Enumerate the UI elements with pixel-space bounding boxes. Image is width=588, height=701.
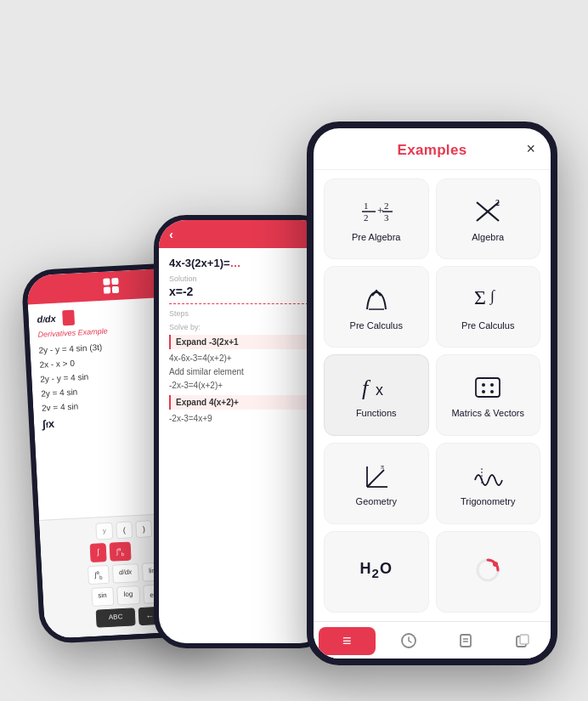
trigonometry-icon	[469, 461, 506, 491]
cell-geometry[interactable]: π Geometry	[324, 443, 429, 524]
key-sin[interactable]: sin	[91, 586, 114, 606]
phone-middle: ‹ 4x-3(2x+1)=… Solution x=-2 Steps Solve…	[154, 215, 332, 648]
mid-screen: ‹ 4x-3(2x+1)=… Solution x=-2 Steps Solve…	[159, 220, 327, 643]
step-1: Expand -3(2x+1	[169, 335, 317, 349]
key-y[interactable]: y	[95, 522, 113, 540]
svg-text:Σ: Σ	[474, 286, 486, 308]
svg-text:2: 2	[364, 212, 369, 223]
bottom-nav: ≡	[314, 621, 551, 659]
cell-trigonometry[interactable]: Trigonometry	[436, 443, 541, 524]
svg-text:1: 1	[364, 201, 369, 211]
cell-pre-algebra[interactable]: 1 2 + 2 3 Pre Algebra	[324, 178, 429, 260]
menu-icon: ≡	[342, 632, 352, 650]
pre-algebra-label: Pre Algebra	[352, 232, 400, 243]
svg-text:x: x	[376, 382, 383, 399]
nav-notes[interactable]	[438, 627, 495, 655]
svg-point-18	[482, 390, 485, 393]
nav-history[interactable]	[381, 627, 438, 655]
key-log[interactable]: log	[116, 585, 140, 605]
examples-header: Examples ×	[314, 128, 551, 170]
svg-text:3: 3	[384, 212, 389, 223]
examples-title: Examples	[398, 142, 467, 159]
pre-algebra-icon: 1 2 + 2 3	[358, 196, 395, 227]
phone-stack: d/dx Derivatives Example 2y - y = 4 sin …	[14, 20, 574, 682]
step-3: Add similar element	[169, 366, 317, 378]
key-ddx[interactable]: d/dx	[112, 563, 139, 584]
examples-grid: 1 2 + 2 3 Pre Algebra	[314, 170, 551, 621]
pre-calculus-1-label: Pre Calculus	[350, 320, 403, 331]
cell-chemistry[interactable]: H2O	[324, 531, 429, 613]
pre-calculus-2-label: Pre Calculus	[461, 320, 514, 331]
front-screen: Examples × 1 2 + 2 3	[314, 128, 551, 659]
svg-point-17	[490, 383, 494, 387]
key-close-paren[interactable]: )	[135, 520, 152, 538]
history-icon	[400, 632, 417, 649]
svg-text:f: f	[362, 376, 371, 400]
spinner-icon	[469, 555, 506, 585]
algebra-label: Algebra	[472, 232, 504, 243]
cards-icon	[514, 632, 531, 649]
svg-point-25	[493, 562, 498, 567]
close-button[interactable]: ×	[526, 139, 535, 157]
svg-text:+: +	[377, 204, 383, 217]
cell-pre-calculus-2[interactable]: Σ ∫ Pre Calculus	[436, 266, 541, 348]
step-6: -2x-3=4x+9	[169, 413, 317, 425]
pre-calculus-1-icon	[358, 285, 395, 315]
step-4: -2x-3=4(x+2)+	[169, 380, 317, 392]
divider	[169, 303, 317, 304]
solution-value: x=-2	[169, 285, 317, 298]
svg-text:π: π	[381, 463, 384, 471]
phone-front: Examples × 1 2 + 2 3	[307, 122, 557, 665]
svg-rect-27	[461, 635, 471, 647]
step-2: 4x-6x-3=4(x+2)+	[169, 353, 317, 365]
algebra-icon: 2	[469, 196, 506, 227]
svg-point-16	[482, 383, 485, 387]
step-5: Expand 4(x+2)+	[169, 395, 317, 410]
mid-header: ‹	[159, 220, 327, 248]
matrices-icon	[469, 372, 506, 403]
svg-rect-15	[476, 378, 500, 397]
trigonometry-label: Trigonometry	[461, 496, 515, 507]
cell-more[interactable]	[436, 531, 541, 613]
pre-calculus-2-icon: Σ ∫	[469, 285, 506, 315]
key-integral-ab[interactable]: ∫ab	[109, 541, 131, 562]
nav-cards[interactable]	[494, 627, 551, 655]
grid-menu-icon[interactable]	[103, 277, 119, 293]
svg-text:2: 2	[384, 201, 389, 211]
key-integral[interactable]: ∫	[90, 542, 107, 562]
mid-content: 4x-3(2x+1)=… Solution x=-2 Steps Solve b…	[159, 248, 327, 643]
matrices-label: Matrics & Vectors	[451, 408, 524, 419]
mid-equation: 4x-3(2x+1)=…	[169, 257, 317, 269]
solve-by-label: Solve by:	[169, 323, 317, 331]
chemistry-icon: H2O	[358, 555, 395, 585]
geometry-label: Geometry	[356, 496, 397, 507]
solution-label: Solution	[169, 274, 317, 283]
h2o-text: H2O	[360, 560, 393, 580]
cell-matrices[interactable]: Matrics & Vectors	[436, 354, 541, 436]
steps-label: Steps	[169, 309, 317, 318]
nav-menu[interactable]: ≡	[319, 627, 376, 655]
svg-point-19	[490, 390, 494, 393]
svg-text:∫: ∫	[489, 287, 495, 305]
cell-pre-calculus-1[interactable]: Pre Calculus	[324, 266, 429, 348]
svg-text:2: 2	[495, 198, 500, 207]
svg-rect-31	[520, 635, 529, 644]
key-abc[interactable]: ABC	[95, 608, 135, 627]
notes-icon	[457, 632, 474, 649]
geometry-icon: π	[358, 461, 395, 491]
cell-functions[interactable]: f x Functions	[324, 354, 429, 436]
key-integral-ab-2[interactable]: ∫ab	[88, 564, 110, 585]
back-button[interactable]: ‹	[169, 227, 173, 241]
cell-algebra[interactable]: 2 Algebra	[436, 178, 541, 260]
functions-icon: f x	[358, 372, 395, 403]
functions-label: Functions	[356, 408, 397, 419]
key-open-paren[interactable]: (	[116, 521, 133, 539]
